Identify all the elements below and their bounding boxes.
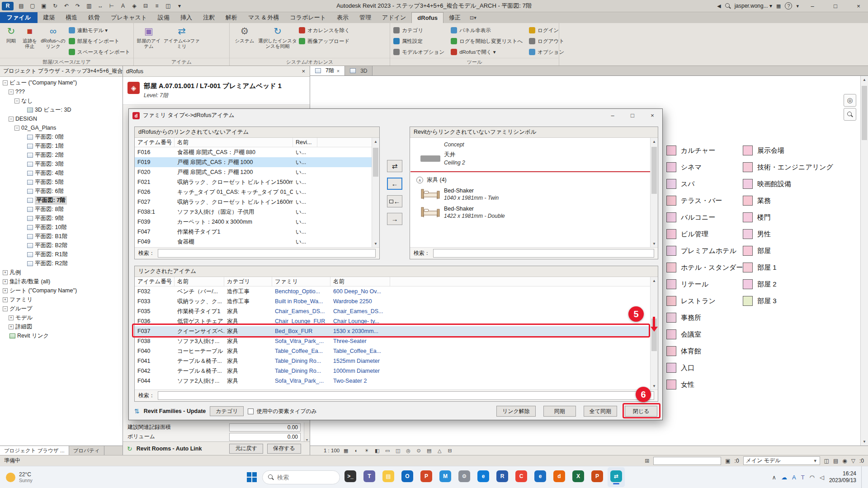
ribbon-tab-10[interactable]: コラボレート bbox=[285, 12, 332, 23]
scroll-down-icon[interactable]: ▼ bbox=[861, 438, 868, 446]
tree-item[interactable]: 平面図: 10階 bbox=[0, 223, 123, 232]
ribbon-button[interactable]: 部屋をインポート bbox=[67, 36, 132, 47]
undo-button[interactable]: 元に戻す bbox=[229, 444, 263, 454]
chrome-app-icon[interactable]: C bbox=[513, 467, 530, 487]
column-header[interactable]: カテゴリ bbox=[224, 277, 272, 286]
zoom-icon[interactable] bbox=[844, 108, 856, 121]
scroll-up-icon[interactable]: ▲ bbox=[651, 277, 658, 284]
onedrive-icon[interactable]: ☁ bbox=[781, 474, 787, 481]
cart-icon[interactable]: ▦ bbox=[776, 3, 781, 9]
view-scale[interactable]: 1 : 100 bbox=[324, 448, 340, 453]
ribbon-button[interactable]: 属性設定 bbox=[392, 36, 446, 47]
expander-icon[interactable]: − bbox=[14, 126, 19, 131]
scroll-thumb[interactable] bbox=[862, 86, 867, 140]
table-row[interactable]: F041テーブル＆椅子...家具Table_Dining Ro...1525mm… bbox=[135, 356, 650, 366]
dialog-title-bar[interactable]: d ファミリ タイプ<->dRofusアイテム – □ × bbox=[129, 109, 662, 122]
expander-icon[interactable]: + bbox=[3, 270, 8, 275]
scroll-up-icon[interactable]: ▲ bbox=[372, 138, 379, 145]
taskbar-search-input[interactable] bbox=[277, 474, 327, 481]
ribbon-tab-4[interactable]: プレキャスト bbox=[105, 12, 152, 23]
save-button[interactable]: 保存する bbox=[267, 444, 301, 454]
explorer-app-icon[interactable]: ▤ bbox=[380, 467, 397, 487]
ribbon-button[interactable]: モデルオプション bbox=[392, 47, 446, 57]
user-account-menu[interactable]: jasper.wong... ▾ bbox=[735, 3, 772, 9]
unlinked-symbols-search-input[interactable] bbox=[433, 249, 654, 258]
shadows-icon[interactable]: ◧ bbox=[373, 447, 381, 454]
tree-item[interactable]: +集計表/数量 (all) bbox=[0, 277, 123, 286]
tree-item[interactable]: −なし bbox=[0, 96, 123, 105]
ribbon-tab-12[interactable]: 管理 bbox=[354, 12, 377, 23]
powerpoint-app-icon[interactable]: P bbox=[418, 467, 435, 487]
expander-icon[interactable]: + bbox=[9, 315, 14, 320]
expander-icon[interactable]: + bbox=[9, 324, 14, 329]
tree-item[interactable]: −02_GA_Plans bbox=[0, 123, 123, 132]
file-menu-icon[interactable]: ▤ bbox=[16, 1, 27, 11]
ribbon-button[interactable]: カテゴリ bbox=[392, 25, 446, 36]
dialog-maximize-button[interactable]: □ bbox=[623, 109, 642, 122]
table-row[interactable]: F038:1ソファ3人掛け（固定）子供用い... bbox=[135, 207, 372, 217]
drofus-panel-close-icon[interactable]: × bbox=[300, 68, 307, 75]
constraints-icon[interactable]: ⊟ bbox=[446, 447, 454, 454]
tree-item[interactable]: +ファミリ bbox=[0, 295, 123, 304]
property-value[interactable]: 0.00 bbox=[229, 423, 301, 432]
minimize-button[interactable]: – bbox=[803, 0, 822, 12]
expander-icon[interactable]: + bbox=[3, 288, 8, 293]
ribbon-tab-2[interactable]: 構造 bbox=[60, 12, 83, 23]
tree-item[interactable]: 平面図: 6階 bbox=[0, 187, 123, 196]
view-tab-close-icon[interactable]: × bbox=[337, 68, 340, 74]
tree-item[interactable]: −??? bbox=[0, 87, 123, 96]
powerpoint2-app-icon[interactable]: P bbox=[589, 467, 606, 487]
select-elements-icon[interactable]: ◉ bbox=[842, 458, 847, 464]
tree-item[interactable]: +モデル bbox=[0, 313, 123, 322]
table-row[interactable]: F035作業椅子タイプ1家具Chair_Eames_DS...Chair_Eam… bbox=[135, 306, 650, 316]
tray-chevron-icon[interactable]: ∧ bbox=[772, 474, 776, 481]
scroll-down-icon[interactable]: ▼ bbox=[651, 382, 658, 389]
hide-isolate-icon[interactable]: ◎ bbox=[404, 447, 412, 454]
family-symbol-item[interactable]: Bed-Shaker1040 x 1981mm - Twin bbox=[410, 185, 658, 203]
expander-icon[interactable]: − bbox=[14, 99, 19, 103]
unlink-right-button[interactable]: → bbox=[387, 213, 402, 225]
table-row[interactable]: F038ソファ3人掛け...家具Sofa_Vitra_Park_...Three… bbox=[135, 336, 650, 346]
column-header[interactable]: 名前 bbox=[175, 277, 224, 286]
ribbon-button[interactable]: ▣部屋のアイテム bbox=[136, 24, 162, 57]
column-header[interactable]: ファミリ bbox=[272, 277, 330, 286]
main-model-select[interactable]: メイン モデル ▼ bbox=[743, 456, 820, 465]
save-icon[interactable]: ▣ bbox=[38, 1, 49, 11]
section-icon[interactable]: ⊟ bbox=[140, 1, 151, 11]
unlinked-items-search-input[interactable] bbox=[158, 249, 376, 258]
table-row[interactable]: F042テーブル＆椅子...家具Table_Dining Ro...1000mm… bbox=[135, 366, 650, 376]
family-symbol-item[interactable]: Bed-Shaker1422 x 1981mm - Double bbox=[410, 203, 658, 221]
close-button[interactable]: × bbox=[849, 0, 868, 12]
ribbon-button[interactable]: ⚙システム bbox=[231, 24, 258, 57]
ribbon-button[interactable]: ■追跡を停止 bbox=[20, 24, 39, 57]
expander-icon[interactable]: − bbox=[3, 80, 8, 85]
dialog-minimize-button[interactable]: – bbox=[603, 109, 623, 122]
table-row[interactable]: F032ベンチ（バー/...造作工事Benchtop_Optio...600 D… bbox=[135, 286, 650, 296]
maximize-button[interactable]: □ bbox=[826, 0, 845, 12]
ribbon-button[interactable]: ∞dRofusへのリンク bbox=[39, 24, 67, 57]
project-browser-header[interactable]: プロジェクト ブラウザ - ステップ3+4+5+6_複合モデ... bbox=[0, 66, 123, 77]
family-group-header[interactable]: ∧家具 (4) bbox=[410, 172, 658, 185]
qat-dropdown-icon[interactable]: ▾ bbox=[174, 1, 185, 11]
temporary-view-icon[interactable]: ▤ bbox=[425, 447, 433, 454]
tree-item[interactable]: 平面図: 1階 bbox=[0, 141, 123, 150]
swap-link-button[interactable]: ⇄ bbox=[387, 160, 402, 172]
ribbon-button[interactable]: パネル非表示 bbox=[449, 25, 524, 36]
table-row[interactable]: F021収納ラック、クローゼット ビルトイン1500mmい... bbox=[135, 177, 372, 187]
reveal-hidden-icon[interactable]: ⊙ bbox=[415, 447, 423, 454]
weather-widget[interactable]: 22°C Sunny bbox=[0, 471, 38, 483]
tree-item[interactable]: 平面図: R2階 bbox=[0, 259, 123, 268]
tree-item[interactable]: 平面図: B1階 bbox=[0, 232, 123, 241]
table-row[interactable]: F039カーペット：2400 x 3000mmい... bbox=[135, 217, 372, 227]
tree-item[interactable]: +凡例 bbox=[0, 268, 123, 277]
sync-all-button[interactable]: 全て同期 bbox=[584, 406, 617, 417]
scroll-up-icon[interactable]: ▲ bbox=[861, 76, 868, 84]
revit-app-icon[interactable]: R bbox=[494, 467, 511, 487]
table-row[interactable]: F016食器棚 扉開式_CAS：戸棚 880い... bbox=[135, 147, 372, 157]
tree-item[interactable]: 平面図: 8階 bbox=[0, 205, 123, 214]
switch-windows-icon[interactable]: ◫ bbox=[163, 1, 174, 11]
family-symbol-item[interactable]: 天井Ceiling 2 bbox=[410, 149, 658, 168]
scroll-thumb[interactable] bbox=[651, 147, 657, 194]
scroll-down-icon[interactable]: ▼ bbox=[372, 240, 379, 247]
undo-icon[interactable]: ↶ bbox=[61, 1, 72, 11]
